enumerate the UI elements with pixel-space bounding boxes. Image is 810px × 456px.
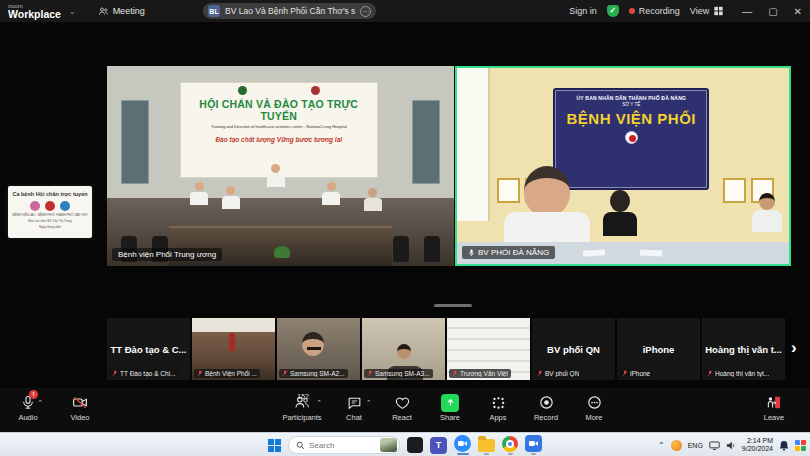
chair bbox=[424, 236, 440, 262]
video-tile-benh-vien-phoi-trung-uong[interactable]: HỘI CHẨN VÀ ĐÀO TẠO TRỰC TUYẾN Training … bbox=[107, 66, 454, 266]
thumb-name-tag: TT Đào tạo & Chi... bbox=[109, 369, 179, 378]
more-button[interactable]: More bbox=[572, 393, 616, 422]
taskbar-center: T bbox=[268, 433, 542, 456]
thumb-truong-van-viet[interactable]: Trương Văn Việt bbox=[447, 318, 530, 380]
leave-button[interactable]: Leave bbox=[752, 393, 796, 422]
tray-app-icon[interactable] bbox=[671, 440, 682, 451]
people-icon bbox=[98, 6, 109, 17]
thumb-name-tag: Bệnh Viện Phổi ... bbox=[194, 369, 260, 378]
chat-chevron-icon[interactable]: ⌃ bbox=[366, 399, 372, 407]
thumb-tt-dao-tao[interactable]: TT Đào tạo & C... TT Đào tạo & Chi... bbox=[107, 318, 190, 380]
tab-meeting-label: Meeting bbox=[113, 6, 145, 16]
hospital-logo-red bbox=[311, 86, 320, 95]
view-label: View bbox=[690, 6, 709, 16]
display-icon[interactable] bbox=[709, 441, 720, 450]
search-highlight-image[interactable] bbox=[380, 438, 397, 452]
close-button[interactable]: ✕ bbox=[794, 6, 802, 17]
participants-chevron-icon[interactable]: ⌃ bbox=[316, 399, 322, 407]
room-window-left bbox=[121, 100, 149, 184]
filmstrip-next-arrow[interactable]: › bbox=[791, 338, 797, 358]
audio-options-chevron-icon[interactable]: ⌃ bbox=[37, 399, 43, 407]
thumb-benh-vien-phoi[interactable]: Bệnh Viện Phổi ... bbox=[192, 318, 275, 380]
video-button[interactable]: Video bbox=[58, 393, 102, 422]
start-button[interactable] bbox=[268, 439, 281, 452]
search-icon bbox=[296, 441, 305, 450]
taskbar-app-dark[interactable] bbox=[407, 434, 423, 456]
window-controls: — ▢ ✕ bbox=[742, 6, 802, 17]
person-standing bbox=[267, 164, 285, 187]
view-button[interactable]: View bbox=[690, 6, 724, 16]
table-plant bbox=[274, 246, 290, 258]
room-window-strip bbox=[457, 68, 490, 221]
chevron-down-icon[interactable]: ⌄ bbox=[63, 7, 82, 16]
more-ellipsis-icon bbox=[586, 394, 603, 411]
thumb-bv-phoi-qn[interactable]: BV phối QN BV phối QN bbox=[532, 318, 615, 380]
zoom-workplace-icon bbox=[525, 435, 542, 452]
thumb-name: BV phối QN bbox=[545, 370, 579, 377]
wall-certificate bbox=[723, 178, 746, 203]
thumb-hoang-thi-van[interactable]: Hoàng thị văn t... Hoàng thị văn tyt... bbox=[702, 318, 785, 380]
taskbar-app-zoom[interactable] bbox=[454, 434, 471, 456]
banner-title: HỘI CHẨN VÀ ĐÀO TẠO TRỰC TUYẾN bbox=[181, 98, 377, 122]
active-app-indicator bbox=[508, 453, 513, 455]
case-presentation-card: Ca bệnh Hội chẩn trực tuyến BỆNH VIỆN LA… bbox=[8, 186, 92, 238]
security-shield-icon[interactable]: ✓ bbox=[607, 5, 619, 17]
chat-button[interactable]: ⌃ Chat bbox=[332, 393, 376, 422]
participant-face bbox=[302, 332, 324, 356]
thumb-samsung-a3[interactable]: Samsung SM-A3... bbox=[362, 318, 445, 380]
thumb-name-tag: BV phối QN bbox=[534, 369, 582, 378]
speaker-icon[interactable] bbox=[726, 441, 736, 450]
more-options-icon[interactable]: ⋯ bbox=[360, 6, 371, 17]
toolbar-center: 152 ⌃ Participants ⌃ Chat bbox=[276, 393, 616, 422]
thumb-name: Samsung SM-A3... bbox=[375, 370, 430, 377]
search-input[interactable] bbox=[309, 441, 367, 450]
heart-icon bbox=[394, 395, 411, 411]
participant-name-tag: BV PHỔI ĐÀ NẴNG bbox=[462, 246, 555, 259]
filmstrip-resize-handle[interactable] bbox=[434, 304, 472, 307]
case-card-logos bbox=[8, 201, 92, 211]
maximize-button[interactable]: ▢ bbox=[768, 6, 777, 17]
share-button[interactable]: Share bbox=[428, 393, 472, 422]
taskbar-app-chrome[interactable] bbox=[502, 434, 518, 456]
video-label: Video bbox=[70, 413, 89, 422]
more-label: More bbox=[585, 413, 602, 422]
zoom-icon bbox=[454, 435, 471, 452]
meeting-title-tab[interactable]: BL BV Lao Và Bệnh Phổi Cần Thơ's s ⋯ bbox=[203, 3, 376, 19]
taskbar-search[interactable] bbox=[288, 436, 400, 454]
system-tray: ⌃ ENG 2:14 PM 9/20/2024 bbox=[658, 433, 806, 456]
notification-bell-icon[interactable] bbox=[779, 440, 789, 451]
mic-icon bbox=[468, 249, 475, 257]
chat-label: Chat bbox=[346, 413, 362, 422]
apps-button[interactable]: Apps bbox=[476, 393, 520, 422]
react-button[interactable]: React bbox=[380, 393, 424, 422]
tab-meeting[interactable]: Meeting bbox=[98, 6, 145, 17]
mic-muted-icon bbox=[707, 370, 713, 377]
dark-app-icon bbox=[407, 437, 423, 453]
hospital-logo-green bbox=[238, 86, 247, 95]
taskbar-app-teams[interactable]: T bbox=[430, 434, 447, 456]
language-indicator[interactable]: ENG bbox=[688, 442, 703, 449]
taskbar-app-zoom-workplace[interactable] bbox=[525, 434, 542, 456]
thumb-samsung-a2[interactable]: Samsung SM-A2... bbox=[277, 318, 360, 380]
widgets-icon[interactable] bbox=[795, 440, 806, 451]
banner-tagline: Đào tạo chất lượng Vững bước tương lai bbox=[181, 136, 377, 143]
meeting-toolbar: ! ⌃ Audio Video bbox=[0, 388, 810, 432]
participants-button[interactable]: 152 ⌃ Participants bbox=[276, 393, 328, 422]
sign-in-button[interactable]: Sign in bbox=[569, 6, 597, 16]
tray-chevron-up-icon[interactable]: ⌃ bbox=[658, 441, 665, 450]
audio-button[interactable]: ! ⌃ Audio bbox=[6, 393, 50, 422]
active-app-indicator bbox=[531, 453, 536, 455]
minimize-button[interactable]: — bbox=[742, 6, 752, 17]
record-button[interactable]: Record bbox=[524, 393, 568, 422]
file-explorer-icon bbox=[478, 439, 495, 452]
video-tile-bv-phoi-da-nang[interactable]: ỦY BAN NHÂN DÂN THÀNH PHỐ ĐÀ NẴNG SỞ Y T… bbox=[455, 66, 791, 266]
record-icon bbox=[538, 394, 555, 411]
thumb-iphone[interactable]: iPhone iPhone bbox=[617, 318, 700, 380]
hospital-sign-logo bbox=[625, 131, 638, 144]
taskbar-clock[interactable]: 2:14 PM 9/20/2024 bbox=[742, 437, 773, 453]
case-card-line3: Ngày tháng năm bbox=[8, 225, 92, 229]
mic-muted-icon bbox=[112, 370, 118, 377]
record-label: Record bbox=[534, 413, 558, 422]
taskbar-app-explorer[interactable] bbox=[478, 434, 495, 456]
mic-muted-icon bbox=[452, 370, 458, 377]
